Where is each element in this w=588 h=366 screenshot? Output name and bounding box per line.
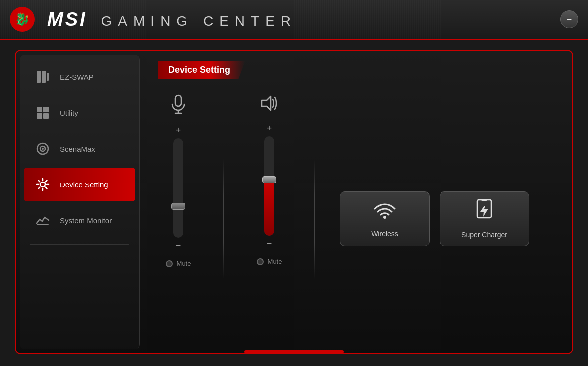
speaker-mute-label: Mute — [268, 258, 282, 265]
sidebar-label-utility: Utility — [60, 109, 78, 117]
controls-area: + − Mute — [158, 94, 557, 343]
content-area: Device Setting + — [144, 51, 572, 353]
svg-rect-3 — [37, 107, 42, 112]
app-title-msi: msi — [47, 9, 87, 30]
svg-rect-18 — [481, 199, 487, 201]
mic-slider-handle[interactable] — [171, 203, 185, 210]
minimize-button[interactable]: − — [560, 10, 578, 28]
svg-rect-12 — [175, 95, 181, 106]
speaker-icon — [260, 94, 279, 116]
microphone-icon — [170, 94, 186, 118]
sidebar-item-ez-swap[interactable]: EZ-SWAP — [24, 60, 135, 94]
slider-separator — [223, 159, 224, 279]
main-container: EZ-SWAP Utility ScenaMax — [15, 50, 573, 354]
speaker-slider-container: + − Mute — [249, 94, 289, 265]
speaker-minus: − — [267, 238, 272, 249]
sidebar-item-system-monitor[interactable]: System Monitor — [24, 203, 135, 237]
svg-rect-1 — [42, 71, 46, 83]
wireless-button[interactable]: Wireless — [340, 191, 430, 246]
speaker-mute-radio[interactable] — [257, 258, 264, 265]
svg-marker-15 — [262, 96, 271, 110]
speaker-mute[interactable]: Mute — [257, 258, 282, 265]
sidebar-item-device-setting[interactable]: Device Setting — [24, 168, 135, 201]
mic-mute[interactable]: Mute — [166, 260, 191, 267]
utility-icon — [34, 104, 52, 122]
super-charger-icon — [473, 199, 495, 225]
sidebar: EZ-SWAP Utility ScenaMax — [20, 55, 140, 349]
section-title: Device Setting — [158, 61, 245, 79]
svg-rect-0 — [37, 71, 41, 83]
logo-area: msi GAMING CENTER — [10, 7, 296, 32]
speaker-slider-handle[interactable] — [262, 176, 276, 183]
svg-point-9 — [42, 148, 44, 150]
svg-point-10 — [40, 182, 45, 187]
feature-buttons: Wireless Super Charger — [340, 191, 529, 246]
sidebar-item-scenamax[interactable]: ScenaMax — [24, 132, 135, 166]
msi-dragon-logo — [10, 7, 35, 32]
svg-rect-11 — [37, 224, 49, 225]
speaker-slider-fill — [264, 181, 274, 236]
sidebar-item-utility[interactable]: Utility — [24, 96, 135, 130]
speaker-slider-track[interactable] — [264, 136, 274, 236]
mic-track-wrapper: + − — [173, 125, 183, 251]
sidebar-label-device-setting: Device Setting — [60, 181, 108, 189]
wireless-label: Wireless — [371, 230, 398, 238]
scenamax-icon — [34, 140, 52, 158]
svg-marker-19 — [480, 206, 488, 217]
svg-rect-6 — [43, 113, 49, 119]
speaker-track-wrapper: + − — [264, 123, 274, 249]
mic-slider-container: + − Mute — [158, 94, 198, 267]
super-charger-label: Super Charger — [461, 231, 507, 239]
section-header: Device Setting — [158, 61, 557, 79]
sidebar-label-ez-swap: EZ-SWAP — [60, 73, 94, 81]
mic-slider-track[interactable] — [173, 138, 183, 238]
title-bar: msi GAMING CENTER − — [0, 0, 588, 40]
app-title: msi GAMING CENTER — [42, 9, 296, 30]
super-charger-button[interactable]: Super Charger — [440, 191, 529, 246]
ez-swap-icon — [34, 68, 52, 86]
mic-minus: − — [176, 240, 181, 251]
speaker-plus: + — [267, 123, 272, 134]
app-title-gaming-center: GAMING CENTER — [101, 13, 296, 29]
sidebar-divider — [30, 244, 129, 245]
mic-mute-radio[interactable] — [166, 260, 173, 267]
device-setting-icon — [34, 176, 52, 193]
wireless-icon — [373, 200, 397, 224]
svg-point-16 — [383, 216, 386, 219]
sidebar-label-scenamax: ScenaMax — [60, 145, 95, 153]
feature-separator — [314, 159, 315, 279]
mic-mute-label: Mute — [177, 260, 191, 267]
svg-rect-2 — [47, 73, 49, 81]
svg-rect-4 — [43, 107, 49, 112]
svg-rect-5 — [37, 113, 42, 119]
mic-plus: + — [176, 125, 181, 136]
sidebar-label-system-monitor: System Monitor — [60, 216, 112, 225]
system-monitor-icon — [34, 211, 52, 229]
